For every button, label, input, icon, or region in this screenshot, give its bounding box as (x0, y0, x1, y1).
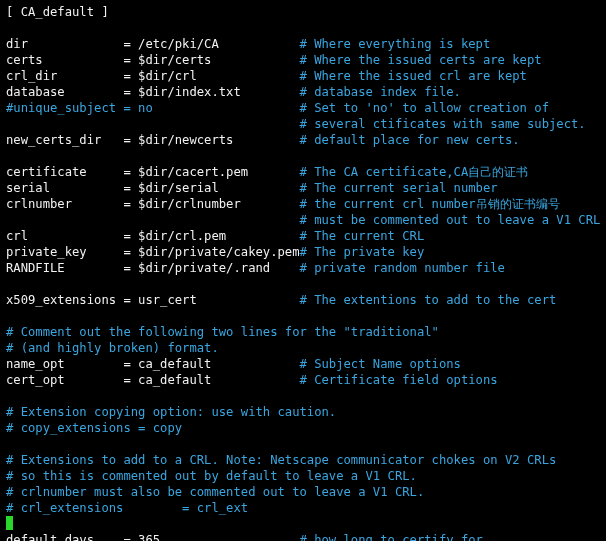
comment-text: # private random number file (300, 261, 505, 275)
terminal-line: database = $dir/index.txt # database ind… (6, 84, 600, 100)
terminal-line: # Extension copying option: use with cau… (6, 404, 600, 420)
config-text: [ CA_default ] (6, 5, 109, 19)
comment-text: # crl_extensions = crl_ext (6, 501, 248, 515)
comment-text: # The private key (300, 245, 425, 259)
terminal-line: #unique_subject = no # Set to 'no' to al… (6, 100, 600, 116)
comment-text: # (and highly broken) format. (6, 341, 219, 355)
terminal-line: certs = $dir/certs # Where the issued ce… (6, 52, 600, 68)
config-text (6, 213, 300, 227)
terminal-line: crl_dir = $dir/crl # Where the issued cr… (6, 68, 600, 84)
terminal-line: # crlnumber must also be commented out t… (6, 484, 600, 500)
terminal-line (6, 148, 600, 164)
comment-text: # default place for new certs. (300, 133, 520, 147)
terminal-output: [ CA_default ]dir = /etc/pki/CA # Where … (0, 0, 606, 541)
config-text: x509_extensions = usr_cert (6, 293, 300, 307)
comment-text: # Subject Name options (300, 357, 461, 371)
terminal-line: # Extensions to add to a CRL. Note: Nets… (6, 452, 600, 468)
comment-text: # The CA certificate,CA自己的证书 (300, 165, 529, 179)
terminal-line: name_opt = ca_default # Subject Name opt… (6, 356, 600, 372)
terminal-line: # so this is commented out by default to… (6, 468, 600, 484)
config-text: certificate = $dir/cacert.pem (6, 165, 300, 179)
terminal-line: dir = /etc/pki/CA # Where everything is … (6, 36, 600, 52)
terminal-line: cert_opt = ca_default # Certificate fiel… (6, 372, 600, 388)
comment-text: # The current CRL (300, 229, 425, 243)
terminal-line: private_key = $dir/private/cakey.pem# Th… (6, 244, 600, 260)
comment-text: # Extensions to add to a CRL. Note: Nets… (6, 453, 556, 467)
terminal-line (6, 20, 600, 36)
terminal-line: x509_extensions = usr_cert # The extenti… (6, 292, 600, 308)
terminal-line: certificate = $dir/cacert.pem # The CA c… (6, 164, 600, 180)
config-text: new_certs_dir = $dir/newcerts (6, 133, 300, 147)
config-text: certs = $dir/certs (6, 53, 300, 67)
terminal-line: # must be commented out to leave a V1 CR… (6, 212, 600, 228)
config-text: serial = $dir/serial (6, 181, 300, 195)
comment-text: # the current crl number吊销的证书编号 (300, 197, 560, 211)
config-text: dir = /etc/pki/CA (6, 37, 300, 51)
comment-text: # The current serial number (300, 181, 498, 195)
terminal-line: [ CA_default ] (6, 4, 600, 20)
terminal-line (6, 436, 600, 452)
terminal-line: default_days = 365 # how long to certify… (6, 532, 600, 541)
terminal-line: # (and highly broken) format. (6, 340, 600, 356)
comment-text: # crlnumber must also be commented out t… (6, 485, 424, 499)
terminal-line: RANDFILE = $dir/private/.rand # private … (6, 260, 600, 276)
config-text: RANDFILE = $dir/private/.rand (6, 261, 300, 275)
comment-text: # Where everything is kept (300, 37, 491, 51)
terminal-line: # Comment out the following two lines fo… (6, 324, 600, 340)
config-text: crlnumber = $dir/crlnumber (6, 197, 300, 211)
comment-text: # Extension copying option: use with cau… (6, 405, 336, 419)
comment-text: # Where the issued crl are kept (300, 69, 527, 83)
config-text: cert_opt = ca_default (6, 373, 300, 387)
config-text: database = $dir/index.txt (6, 85, 300, 99)
comment-text: # how long to certify for (300, 533, 483, 541)
terminal-line: crl = $dir/crl.pem # The current CRL (6, 228, 600, 244)
comment-text: # Certificate field options (300, 373, 498, 387)
config-text: default_days = 365 (6, 533, 300, 541)
terminal-line (6, 308, 600, 324)
config-text: crl = $dir/crl.pem (6, 229, 300, 243)
terminal-line: # copy_extensions = copy (6, 420, 600, 436)
config-text: name_opt = ca_default (6, 357, 300, 371)
config-text (6, 117, 300, 131)
comment-text: # Comment out the following two lines fo… (6, 325, 439, 339)
terminal-line (6, 388, 600, 404)
terminal-line: serial = $dir/serial # The current seria… (6, 180, 600, 196)
comment-text: # Where the issued certs are kept (300, 53, 542, 67)
comment-text: # copy_extensions = copy (6, 421, 182, 435)
terminal-line: new_certs_dir = $dir/newcerts # default … (6, 132, 600, 148)
terminal-line (6, 516, 600, 532)
comment-text: # several ctificates with same subject. (300, 117, 586, 131)
terminal-line: # several ctificates with same subject. (6, 116, 600, 132)
config-text: crl_dir = $dir/crl (6, 69, 300, 83)
terminal-line: crlnumber = $dir/crlnumber # the current… (6, 196, 600, 212)
comment-text: # database index file. (300, 85, 461, 99)
comment-text: # so this is commented out by default to… (6, 469, 417, 483)
comment-text: # must be commented out to leave a V1 CR… (300, 213, 601, 227)
comment-text: # The extentions to add to the cert (300, 293, 557, 307)
config-text: private_key = $dir/private/cakey.pem (6, 245, 300, 259)
terminal-line (6, 276, 600, 292)
cursor (6, 516, 13, 530)
comment-text: #unique_subject = no # Set to 'no' to al… (6, 101, 549, 115)
terminal-line: # crl_extensions = crl_ext (6, 500, 600, 516)
